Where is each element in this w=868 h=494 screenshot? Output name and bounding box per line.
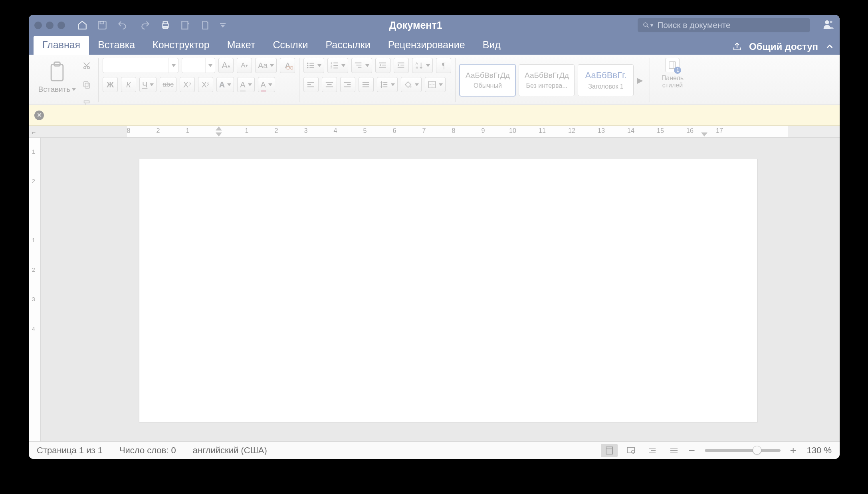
tab-stop-icon[interactable]: ⌐ <box>32 129 36 136</box>
indent-left-marker[interactable] <box>216 132 222 136</box>
svg-point-8 <box>830 20 832 23</box>
zoom-slider[interactable] <box>705 449 781 452</box>
svg-rect-51 <box>384 84 388 85</box>
close-message-button[interactable]: ✕ <box>34 111 44 120</box>
status-page[interactable]: Страница 1 из 1 <box>37 445 103 456</box>
svg-rect-31 <box>382 65 386 65</box>
tab-view[interactable]: Вид <box>474 36 509 55</box>
strikethrough-button[interactable]: abc <box>160 77 176 92</box>
zoom-slider-thumb[interactable] <box>753 446 761 454</box>
shading-button[interactable] <box>401 77 422 92</box>
align-right-button[interactable] <box>340 77 355 92</box>
svg-rect-42 <box>327 84 332 85</box>
font-size-combo[interactable] <box>182 58 215 73</box>
redo-icon[interactable] <box>140 20 151 31</box>
styles-pane-button[interactable]: 1 Панель стилей <box>654 58 691 89</box>
align-left-button[interactable] <box>303 77 319 92</box>
undo-icon[interactable] <box>117 20 127 31</box>
zoom-level[interactable]: 130 % <box>807 445 832 456</box>
status-word-count[interactable]: Число слов: 0 <box>119 445 176 456</box>
document-scroll[interactable] <box>41 138 840 441</box>
style-heading1[interactable]: АаБбВвГг. Заголовок 1 <box>578 64 634 96</box>
superscript-button[interactable]: X2 <box>198 77 213 92</box>
tab-references[interactable]: Ссылки <box>264 36 317 55</box>
indent-right-marker[interactable] <box>701 132 707 136</box>
svg-rect-47 <box>363 82 369 83</box>
search-box[interactable]: ▾ <box>638 18 810 32</box>
text-effects-button[interactable]: A <box>216 77 234 92</box>
svg-text:Я: Я <box>416 66 418 70</box>
svg-rect-49 <box>363 87 369 87</box>
bullets-button[interactable] <box>303 58 324 73</box>
svg-rect-13 <box>84 82 88 87</box>
align-center-button[interactable] <box>322 77 337 92</box>
clipboard-icon <box>46 60 68 83</box>
share-button[interactable]: Общий доступ <box>749 41 818 52</box>
svg-rect-41 <box>326 82 333 83</box>
italic-button[interactable]: К <box>121 77 136 92</box>
grow-font-button[interactable]: A▴ <box>218 58 234 73</box>
multilevel-list-button[interactable] <box>351 58 372 73</box>
clear-formatting-button[interactable]: A⌫ <box>280 58 295 73</box>
font-name-combo[interactable] <box>103 58 178 73</box>
copy-button[interactable] <box>79 77 94 92</box>
style-no-spacing[interactable]: АаБбВвГгДд Без интерва... <box>519 64 575 96</box>
increase-indent-button[interactable] <box>394 58 409 73</box>
underline-button[interactable]: Ч <box>139 77 157 92</box>
svg-rect-1 <box>100 21 104 24</box>
collapse-ribbon-button[interactable] <box>825 42 834 51</box>
style-normal[interactable]: АаБбВвГгДд Обычный <box>460 64 515 96</box>
styles-next-button[interactable]: ▶ <box>637 75 646 85</box>
view-draft-button[interactable] <box>666 444 682 457</box>
borders-button[interactable] <box>425 77 446 92</box>
svg-rect-44 <box>344 82 351 83</box>
svg-rect-59 <box>606 447 612 454</box>
highlight-button[interactable]: A <box>237 77 254 92</box>
bold-button[interactable]: Ж <box>103 77 118 92</box>
zoom-out-button[interactable]: − <box>687 444 697 457</box>
save-icon[interactable] <box>97 20 107 31</box>
tab-review[interactable]: Рецензирование <box>379 36 474 55</box>
font-color-button[interactable]: A <box>258 77 275 92</box>
document-page[interactable] <box>139 159 758 422</box>
view-print-layout-button[interactable] <box>601 444 618 457</box>
zoom-window-button[interactable] <box>57 22 65 29</box>
cut-button[interactable] <box>79 58 94 73</box>
indent-first-marker[interactable] <box>216 126 222 130</box>
subscript-button[interactable]: X2 <box>180 77 195 92</box>
tab-layout[interactable]: Макет <box>218 36 264 55</box>
svg-rect-34 <box>401 65 404 65</box>
search-input[interactable] <box>656 20 805 30</box>
bucket-icon <box>404 80 412 89</box>
zoom-in-button[interactable]: + <box>789 444 798 457</box>
status-language[interactable]: английский (США) <box>193 445 267 456</box>
ruler-vertical[interactable]: 1 2 1 2 3 4 <box>29 138 41 441</box>
justify-button[interactable] <box>359 77 374 92</box>
tab-insert[interactable]: Вставка <box>89 36 144 55</box>
view-web-layout-button[interactable] <box>622 444 639 457</box>
shrink-font-button[interactable]: A▾ <box>237 58 252 73</box>
tab-mailings[interactable]: Рассылки <box>317 36 379 55</box>
show-marks-button[interactable]: ¶ <box>436 58 451 73</box>
document-area: 1 2 1 2 3 4 <box>29 138 840 441</box>
ruler-horizontal[interactable]: ⌐ 8 2 1 1 2 3 4 5 6 7 8 9 10 11 12 13 14… <box>29 126 840 138</box>
close-window-button[interactable] <box>34 22 42 29</box>
home-icon[interactable] <box>77 20 87 31</box>
sort-button[interactable]: AЯ <box>412 58 433 73</box>
svg-rect-48 <box>363 84 369 85</box>
print-icon[interactable] <box>160 20 170 31</box>
group-styles-pane: 1 Панель стилей <box>650 58 695 102</box>
change-case-button[interactable]: Aa <box>255 58 277 73</box>
print-preview-icon[interactable] <box>180 20 190 31</box>
decrease-indent-button[interactable] <box>375 58 390 73</box>
minimize-window-button[interactable] <box>46 22 54 29</box>
paste-button[interactable]: Вставить <box>37 58 77 94</box>
tab-design[interactable]: Конструктор <box>144 36 218 55</box>
view-outline-button[interactable] <box>644 444 661 457</box>
indent-icon <box>397 61 406 70</box>
tab-home[interactable]: Главная <box>34 36 89 55</box>
line-spacing-button[interactable] <box>377 77 398 92</box>
svg-point-6 <box>644 23 647 26</box>
share-avatar-icon[interactable] <box>822 18 834 32</box>
numbering-button[interactable]: 123 <box>327 58 348 73</box>
